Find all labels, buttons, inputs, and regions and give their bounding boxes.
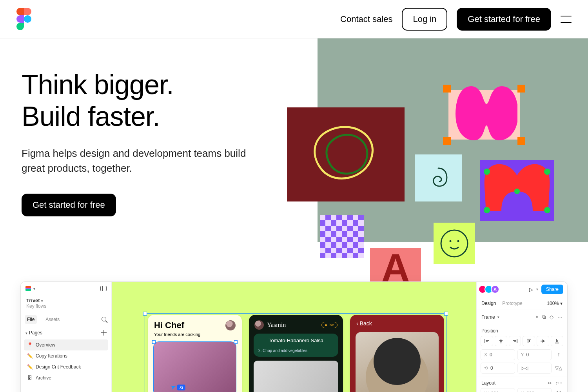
flip-vertical-icon[interactable]: ▽△ xyxy=(554,363,563,374)
tab-design[interactable]: Design xyxy=(481,301,496,306)
target-icon[interactable]: ⌖ xyxy=(535,314,538,320)
rotation-value: 0 xyxy=(490,365,493,371)
project-subtitle: Key flows xyxy=(21,303,111,313)
page-item-archive[interactable]: 🗄 Archive xyxy=(24,372,108,383)
add-page-icon[interactable] xyxy=(101,330,107,336)
auto-layout-v-icon[interactable]: ↕⋯ xyxy=(555,380,563,386)
jester-icon xyxy=(480,160,554,221)
hero-title-line2: Build faster. xyxy=(22,101,160,132)
tab-assets[interactable]: Assets xyxy=(43,315,62,324)
xy-row: X0 Y0 ⟟ xyxy=(477,349,567,363)
right-tabs: Design Prototype 100% ▾ xyxy=(477,297,567,310)
svg-rect-9 xyxy=(486,340,489,341)
svg-rect-12 xyxy=(499,340,503,341)
align-hcenter-icon[interactable] xyxy=(495,336,507,346)
share-button[interactable]: Share xyxy=(541,285,563,294)
x-field[interactable]: X0 xyxy=(481,349,515,360)
contact-sales-link[interactable]: Contact sales xyxy=(340,14,392,24)
page-item-overview[interactable]: 📍 Overview xyxy=(24,339,108,350)
svg-rect-14 xyxy=(517,339,517,343)
svg-point-3 xyxy=(544,207,550,213)
left-panel-top: ▾ xyxy=(21,282,111,295)
panel-layout-icon[interactable] xyxy=(100,286,107,291)
zoom-control[interactable]: 100% ▾ xyxy=(547,301,563,306)
link-dimensions-icon[interactable]: ⛶ xyxy=(554,388,563,392)
x-label: X xyxy=(484,352,487,358)
flip-h-field[interactable]: ▷◁ xyxy=(517,363,552,374)
tab-file[interactable]: File xyxy=(25,315,37,324)
more-icon[interactable]: ⋯ xyxy=(557,314,563,320)
align-controls xyxy=(477,336,567,349)
m2-recipe-card: Tomato-Habañero Salsa 2. Chop and add ve… xyxy=(254,334,338,357)
y-value: 0 xyxy=(526,352,529,358)
flip-horizontal-icon: ▷◁ xyxy=(521,365,528,371)
align-left-icon[interactable] xyxy=(481,336,493,346)
figma-app-mock: ▾ Trivet ▾ Key flows File Assets ▾Pages xyxy=(20,281,568,392)
rotation-field[interactable]: ⟲0 xyxy=(481,363,515,374)
m1-image-selected[interactable]: ➤Xi xyxy=(153,341,236,392)
y-field[interactable]: Y0 xyxy=(517,349,552,360)
right-panel: A ▷ ▾ Share Design Prototype 100% ▾ Fram… xyxy=(476,282,567,392)
blob-lines-icon xyxy=(301,115,391,194)
page-item-copy-iterations[interactable]: ✏️ Copy Iterations xyxy=(24,350,108,361)
deco-tile-letter-a: A xyxy=(370,248,421,281)
canvas[interactable]: Hi Chef Your friends are cooking ➤Xi Yas… xyxy=(112,282,476,392)
figma-logo[interactable] xyxy=(16,8,31,30)
align-vcenter-icon[interactable] xyxy=(537,336,549,346)
project-title-text: Trivet xyxy=(26,298,40,303)
pencil-icon: ✏️ xyxy=(27,364,33,370)
play-icon[interactable]: ▷ xyxy=(529,287,533,292)
deco-tile-selected-shape xyxy=(444,85,524,144)
chevron-down-icon: ▾ xyxy=(560,301,563,306)
archive-icon: 🗄 xyxy=(27,375,33,381)
w-field[interactable]: W200 xyxy=(481,388,515,392)
align-top-icon[interactable] xyxy=(523,336,535,346)
cursor-icon: ➤Xi xyxy=(169,382,178,392)
align-bottom-icon[interactable] xyxy=(551,336,563,346)
h-field[interactable]: H200 xyxy=(517,388,552,392)
selection-handle-icon xyxy=(517,137,525,145)
mobile-frame-hi-chef[interactable]: Hi Chef Your friends are cooking ➤Xi xyxy=(148,315,242,392)
frame-label: Frame xyxy=(481,314,495,320)
chevron-down-icon[interactable]: ▾ xyxy=(536,287,538,291)
page-list: 📍 Overview ✏️ Copy Iterations ✏️ Design … xyxy=(21,339,111,383)
m3-photo xyxy=(356,332,439,392)
pages-label: Pages xyxy=(29,330,42,336)
chevron-down-icon[interactable]: ▾ xyxy=(33,287,35,291)
rotation-row: ⟲0 ▷◁ ▽△ xyxy=(477,363,567,376)
avatar-icon xyxy=(254,320,264,330)
m2-card-step: 2. Chop and add vegetables xyxy=(258,346,334,353)
svg-rect-13 xyxy=(500,341,502,342)
menu-icon[interactable] xyxy=(561,16,572,23)
get-started-button[interactable]: Get started for free xyxy=(457,8,551,31)
login-button[interactable]: Log in xyxy=(402,8,447,31)
tab-prototype[interactable]: Prototype xyxy=(502,301,522,306)
svg-point-5 xyxy=(441,230,468,257)
figma-mini-logo-icon[interactable] xyxy=(25,286,31,291)
frame-row[interactable]: Frame ▾ ⌖ ⧉ ◇ ⋯ xyxy=(477,310,567,324)
search-icon[interactable] xyxy=(102,317,107,323)
svg-rect-18 xyxy=(528,340,528,343)
svg-rect-21 xyxy=(542,339,543,343)
page-item-design-crit[interactable]: ✏️ Design Crit Feedback xyxy=(24,361,108,372)
absolute-position-icon[interactable]: ⟟ xyxy=(554,349,563,360)
letter-a-glyph: A xyxy=(381,254,410,281)
collaborator-avatars[interactable]: A xyxy=(481,285,499,294)
mobile-frame-yasmin[interactable]: Yasmin live Tomato-Habañero Salsa 2. Cho… xyxy=(249,315,343,392)
svg-rect-17 xyxy=(527,339,531,339)
align-right-icon[interactable] xyxy=(509,336,521,346)
mobile-frame-back[interactable]: ‹ Back xyxy=(350,315,444,392)
component-icon[interactable]: ◇ xyxy=(550,314,554,320)
x-value: 0 xyxy=(490,352,492,358)
hero-cta-button[interactable]: Get started for free xyxy=(22,194,116,216)
avatar-icon xyxy=(225,320,236,330)
pages-section-header[interactable]: ▾Pages xyxy=(21,326,111,339)
project-title[interactable]: Trivet ▾ xyxy=(21,295,111,303)
m2-card-title: Tomato-Habañero Salsa xyxy=(258,338,334,343)
hero-subtitle: Figma helps design and development teams… xyxy=(22,146,265,176)
live-badge: live xyxy=(321,322,338,328)
position-section: Position xyxy=(477,324,567,336)
copy-icon[interactable]: ⧉ xyxy=(542,314,546,320)
auto-layout-h-icon[interactable]: ⇿ xyxy=(548,380,552,386)
m3-back[interactable]: ‹ Back xyxy=(350,315,444,332)
